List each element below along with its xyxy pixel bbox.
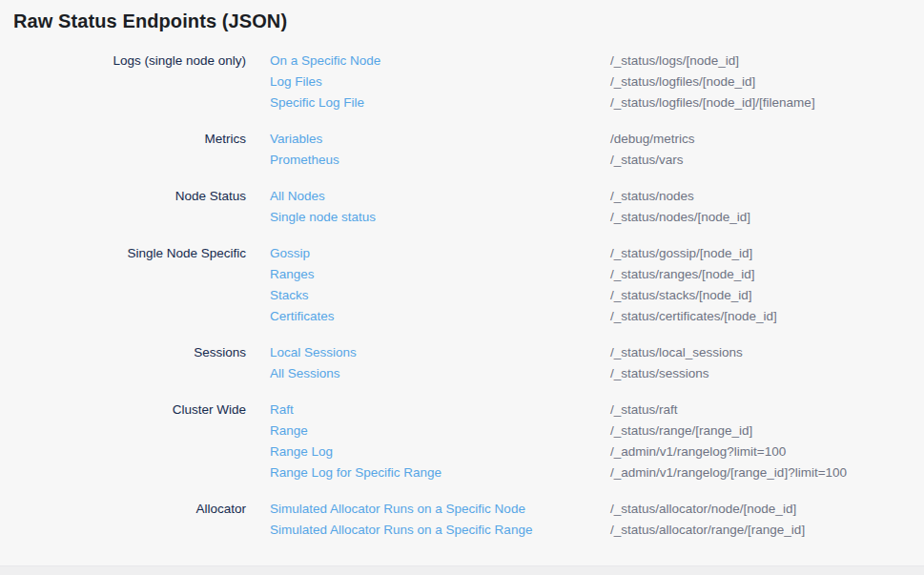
endpoint-path: /_status/gossip/[node_id]: [610, 243, 924, 264]
category-label: Allocator: [0, 499, 246, 520]
endpoint-link[interactable]: Local Sessions: [270, 342, 610, 363]
endpoint-paths-column: /_status/allocator/node/[node_id]/_statu…: [610, 499, 924, 541]
endpoint-link[interactable]: On a Specific Node: [270, 51, 610, 72]
endpoint-links-column: GossipRangesStacksCertificates: [270, 243, 610, 327]
endpoint-link[interactable]: All Nodes: [270, 186, 610, 207]
endpoint-link[interactable]: Raft: [270, 400, 610, 421]
endpoint-paths-column: /debug/metrics/_status/vars: [610, 129, 924, 171]
endpoint-path: /_admin/v1/rangelog/[range_id]?limit=100: [610, 462, 924, 483]
endpoint-link[interactable]: Stacks: [270, 285, 610, 306]
endpoint-path: /_status/allocator/node/[node_id]: [610, 499, 924, 520]
endpoint-group: Sessions Local SessionsAll Sessions /_st…: [0, 342, 924, 384]
endpoint-link[interactable]: Ranges: [270, 264, 610, 285]
endpoint-link[interactable]: Gossip: [270, 243, 610, 264]
endpoint-paths-column: /_status/raft/_status/range/[range_id]/_…: [610, 400, 924, 483]
category-label: Logs (single node only): [0, 51, 246, 72]
endpoint-path: /_status/local_sessions: [610, 342, 924, 363]
endpoint-group: Node Status All NodesSingle node status …: [0, 186, 924, 228]
endpoint-links-column: Local SessionsAll Sessions: [270, 342, 610, 384]
endpoint-link[interactable]: Prometheus: [270, 150, 610, 171]
endpoint-links-column: Simulated Allocator Runs on a Specific N…: [270, 499, 610, 541]
endpoint-link[interactable]: Simulated Allocator Runs on a Specific N…: [270, 499, 610, 520]
endpoint-group: Logs (single node only) On a Specific No…: [0, 51, 924, 113]
endpoint-group: Cluster Wide RaftRangeRange LogRange Log…: [0, 400, 924, 483]
endpoint-path: /_admin/v1/rangelog?limit=100: [610, 442, 924, 462]
category-label: Sessions: [0, 342, 246, 363]
endpoint-links-column: On a Specific NodeLog FilesSpecific Log …: [270, 51, 610, 113]
endpoint-path: /_status/ranges/[node_id]: [610, 264, 924, 285]
endpoint-path: /_status/range/[range_id]: [610, 421, 924, 442]
endpoint-paths-column: /_status/gossip/[node_id]/_status/ranges…: [610, 243, 924, 327]
endpoint-link[interactable]: Specific Log File: [270, 92, 610, 113]
raw-status-endpoints-page: Raw Status Endpoints (JSON) Logs (single…: [0, 0, 924, 575]
endpoint-link[interactable]: All Sessions: [270, 363, 610, 384]
next-section-edge: [0, 565, 924, 575]
endpoint-link[interactable]: Range Log: [270, 442, 610, 462]
endpoint-path: /_status/certificates/[node_id]: [610, 306, 924, 327]
endpoint-link[interactable]: Simulated Allocator Runs on a Specific R…: [270, 520, 610, 541]
endpoint-path: /_status/logfiles/[node_id]: [610, 72, 924, 92]
endpoint-group: Single Node Specific GossipRangesStacksC…: [0, 243, 924, 327]
endpoint-path: /_status/logfiles/[node_id]/[filename]: [610, 92, 924, 113]
category-label: Metrics: [0, 129, 246, 150]
endpoint-path: /_status/vars: [610, 150, 924, 171]
endpoint-path: /_status/logs/[node_id]: [610, 51, 924, 72]
endpoint-link[interactable]: Variables: [270, 129, 610, 150]
endpoint-link[interactable]: Log Files: [270, 72, 610, 92]
endpoint-group: Metrics VariablesPrometheus /debug/metri…: [0, 129, 924, 171]
endpoint-path: /_status/nodes/[node_id]: [610, 207, 924, 228]
endpoint-path: /debug/metrics: [610, 129, 924, 150]
page-title: Raw Status Endpoints (JSON): [13, 10, 287, 32]
endpoint-path: /_status/stacks/[node_id]: [610, 285, 924, 306]
endpoint-links-column: VariablesPrometheus: [270, 129, 610, 171]
endpoint-table: Logs (single node only) On a Specific No…: [0, 51, 924, 556]
category-label: Cluster Wide: [0, 400, 246, 421]
endpoint-links-column: All NodesSingle node status: [270, 186, 610, 228]
endpoint-paths-column: /_status/local_sessions/_status/sessions: [610, 342, 924, 384]
endpoint-path: /_status/allocator/range/[range_id]: [610, 520, 924, 541]
endpoint-group: Allocator Simulated Allocator Runs on a …: [0, 499, 924, 541]
endpoint-path: /_status/nodes: [610, 186, 924, 207]
endpoint-link[interactable]: Range: [270, 421, 610, 442]
category-label: Node Status: [0, 186, 246, 207]
endpoint-paths-column: /_status/nodes/_status/nodes/[node_id]: [610, 186, 924, 228]
endpoint-link[interactable]: Single node status: [270, 207, 610, 228]
endpoint-links-column: RaftRangeRange LogRange Log for Specific…: [270, 400, 610, 483]
endpoint-paths-column: /_status/logs/[node_id]/_status/logfiles…: [610, 51, 924, 113]
endpoint-path: /_status/raft: [610, 400, 924, 421]
endpoint-path: /_status/sessions: [610, 363, 924, 384]
endpoint-link[interactable]: Certificates: [270, 306, 610, 327]
category-label: Single Node Specific: [0, 243, 246, 264]
endpoint-link[interactable]: Range Log for Specific Range: [270, 462, 610, 483]
